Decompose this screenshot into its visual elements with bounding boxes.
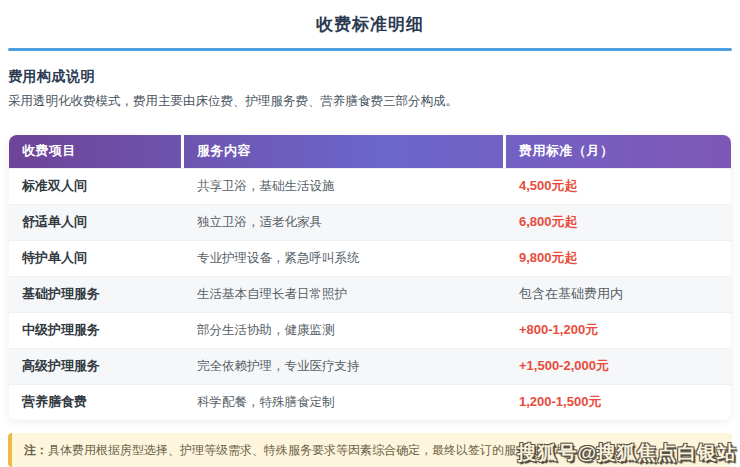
note-prefix: 注：	[24, 443, 48, 457]
table-row: 中级护理服务 部分生活协助，健康监测 +800-1,200元	[9, 312, 731, 348]
table-row: 高级护理服务 完全依赖护理，专业医疗支持 +1,500-2,000元	[9, 348, 731, 384]
fee-item-cell: 中级护理服务	[9, 313, 181, 348]
service-content-cell: 专业护理设备，紧急呼叫系统	[181, 241, 503, 276]
fee-item-cell: 基础护理服务	[9, 277, 181, 312]
price-cell: 9,800元起	[503, 241, 731, 276]
service-content-cell: 共享卫浴，基础生活设施	[181, 169, 503, 204]
fee-item-cell: 营养膳食费	[9, 385, 181, 420]
section-description: 采用透明化收费模式，费用主要由床位费、护理服务费、营养膳食费三部分构成。	[8, 93, 732, 111]
service-content-cell: 生活基本自理长者日常照护	[181, 277, 503, 312]
table-row: 营养膳食费 科学配餐，特殊膳食定制 1,200-1,500元	[9, 384, 731, 420]
note-text: 具体费用根据房型选择、护理等级需求、特殊服务要求等因素综合确定，最终以签订的服务…	[48, 443, 588, 457]
service-content-cell: 完全依赖护理，专业医疗支持	[181, 349, 503, 384]
fee-item-cell: 舒适单人间	[9, 205, 181, 240]
price-cell: 包含在基础费用内	[503, 277, 731, 312]
table-row: 舒适单人间 独立卫浴，适老化家具 6,800元起	[9, 204, 731, 240]
table-row: 特护单人间 专业护理设备，紧急呼叫系统 9,800元起	[9, 240, 731, 276]
fee-table: 收费项目 服务内容 费用标准（月） 标准双人间 共享卫浴，基础生活设施 4,50…	[9, 135, 731, 420]
price-cell: +1,500-2,000元	[503, 349, 731, 384]
service-content-cell: 科学配餐，特殊膳食定制	[181, 385, 503, 420]
fee-composition-section: 费用构成说明 采用透明化收费模式，费用主要由床位费、护理服务费、营养膳食费三部分…	[8, 68, 732, 111]
price-cell: +800-1,200元	[503, 313, 731, 348]
header-fee-standard: 费用标准（月）	[503, 135, 731, 168]
price-cell: 1,200-1,500元	[503, 385, 731, 420]
service-content-cell: 部分生活协助，健康监测	[181, 313, 503, 348]
fee-item-cell: 特护单人间	[9, 241, 181, 276]
fee-item-cell: 标准双人间	[9, 169, 181, 204]
fee-table-header-row: 收费项目 服务内容 费用标准（月）	[9, 135, 731, 168]
section-heading: 费用构成说明	[8, 68, 732, 86]
accent-divider	[8, 48, 732, 51]
page-title: 收费标准明细	[0, 0, 740, 36]
header-service-content: 服务内容	[181, 135, 503, 168]
watermark: 搜狐号@搜狐焦点白银站	[517, 440, 737, 466]
price-cell: 6,800元起	[503, 205, 731, 240]
service-content-cell: 独立卫浴，适老化家具	[181, 205, 503, 240]
table-row: 基础护理服务 生活基本自理长者日常照护 包含在基础费用内	[9, 276, 731, 312]
table-row: 标准双人间 共享卫浴，基础生活设施 4,500元起	[9, 168, 731, 204]
header-fee-item: 收费项目	[9, 135, 181, 168]
fee-item-cell: 高级护理服务	[9, 349, 181, 384]
fee-table-body: 标准双人间 共享卫浴，基础生活设施 4,500元起 舒适单人间 独立卫浴，适老化…	[9, 168, 731, 420]
price-cell: 4,500元起	[503, 169, 731, 204]
